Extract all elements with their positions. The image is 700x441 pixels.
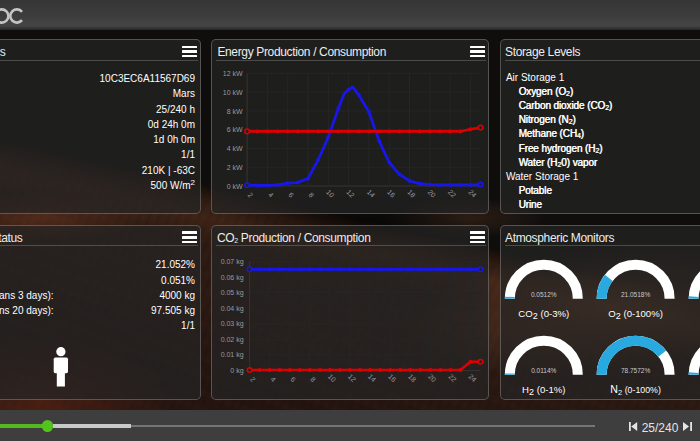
svg-text:4: 4 (267, 191, 275, 199)
svg-text:2: 2 (250, 375, 258, 383)
svg-text:21.0518%: 21.0518% (621, 291, 650, 298)
svg-text:6: 6 (288, 191, 296, 199)
svg-text:12: 12 (347, 373, 358, 384)
svg-text:10 kW: 10 kW (223, 89, 243, 96)
svg-text:0.02 kg: 0.02 kg (221, 336, 244, 344)
svg-text:14: 14 (366, 188, 377, 199)
svg-text:O2 (0-100%): O2 (0-100%) (609, 307, 664, 320)
svg-text:16: 16 (386, 188, 397, 199)
svg-text:8: 8 (310, 375, 318, 383)
svg-text:0.03 kg: 0.03 kg (221, 320, 244, 328)
svg-text:0.04 kg: 0.04 kg (221, 305, 244, 313)
svg-text:4: 4 (270, 375, 278, 383)
svg-text:10: 10 (325, 188, 336, 199)
svg-text:0.0114%: 0.0114% (532, 367, 557, 374)
svg-text:4 kW: 4 kW (227, 145, 243, 152)
svg-text:12 kW: 12 kW (223, 70, 243, 77)
svg-text:6 kW: 6 kW (227, 126, 243, 133)
svg-text:0.0512%: 0.0512% (531, 291, 557, 298)
svg-text:24: 24 (468, 188, 479, 199)
svg-text:12: 12 (346, 188, 357, 199)
svg-text:2: 2 (247, 191, 255, 199)
svg-text:18: 18 (407, 373, 418, 384)
svg-text:H2 (0-1%): H2 (0-1%) (522, 383, 565, 396)
svg-text:N2 (0-100%): N2 (0-100%) (611, 382, 662, 396)
svg-text:20: 20 (427, 373, 438, 384)
svg-text:0.05 kg: 0.05 kg (221, 289, 244, 297)
svg-text:0 kW: 0 kW (227, 183, 243, 190)
svg-text:18: 18 (407, 188, 418, 199)
svg-text:2 kW: 2 kW (227, 164, 243, 171)
svg-text:20: 20 (427, 188, 438, 199)
svg-text:0.06 kg: 0.06 kg (221, 273, 244, 281)
svg-text:0.07 kg: 0.07 kg (221, 258, 244, 266)
svg-text:14: 14 (367, 373, 378, 384)
svg-text:24: 24 (468, 373, 479, 384)
svg-text:22: 22 (448, 373, 459, 384)
svg-text:CO2 (0-3%): CO2 (0-3%) (519, 307, 570, 320)
svg-text:22: 22 (447, 188, 458, 199)
svg-text:0.01 kg: 0.01 kg (221, 351, 244, 359)
svg-text:0 kg: 0 kg (231, 367, 244, 375)
svg-text:16: 16 (387, 373, 398, 384)
svg-text:78.7572%: 78.7572% (621, 367, 650, 374)
svg-text:8 kW: 8 kW (227, 108, 243, 115)
svg-text:8: 8 (308, 191, 316, 199)
svg-text:6: 6 (290, 375, 298, 383)
svg-text:10: 10 (327, 373, 338, 384)
